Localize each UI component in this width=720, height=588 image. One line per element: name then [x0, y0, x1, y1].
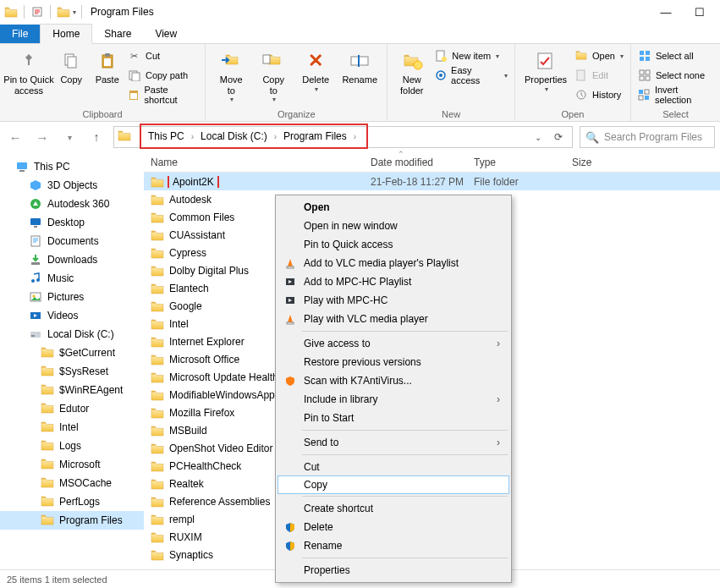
context-menu-item[interactable]: Play with MPC-HC — [278, 291, 508, 310]
breadcrumb-item[interactable]: Program Files — [282, 130, 349, 142]
forward-button[interactable]: → — [32, 127, 52, 147]
context-menu-item[interactable]: Create shortcut — [278, 499, 508, 518]
context-menu-item[interactable]: Give access to› — [278, 334, 508, 353]
column-headers[interactable]: ⌃ Name Date modified Type Size — [144, 152, 720, 173]
tab-share[interactable]: Share — [92, 25, 143, 43]
paste-button[interactable]: Paste — [91, 47, 122, 85]
sidebar-item-label: Program Files — [59, 514, 123, 526]
properties-button[interactable]: Properties▾ — [522, 47, 569, 93]
pin-to-quick-access-button[interactable]: Pin to Quick access — [7, 47, 51, 96]
column-size[interactable]: Size — [565, 157, 624, 168]
sidebar-item-icon — [41, 514, 54, 527]
svg-point-17 — [439, 74, 442, 77]
folder-icon — [151, 354, 164, 365]
context-menu-item[interactable]: Rename — [278, 536, 508, 555]
sidebar-item[interactable]: $SysReset — [0, 362, 144, 381]
copy-path-button[interactable]: Copy path — [128, 67, 198, 84]
k7-icon — [283, 374, 297, 387]
sidebar-item[interactable]: This PC — [0, 157, 144, 176]
context-menu-item[interactable]: Open in new window — [278, 217, 508, 235]
address-bar[interactable]: This PC › Local Disk (C:) › Program File… — [113, 126, 573, 148]
refresh-button[interactable]: ⟳ — [548, 127, 569, 147]
breadcrumb-item[interactable]: This PC — [146, 130, 186, 142]
sidebar-item[interactable]: PerfLogs — [0, 492, 144, 511]
context-menu-item[interactable]: Properties — [278, 561, 508, 580]
qat-properties-icon[interactable] — [30, 4, 45, 19]
invert-selection-button[interactable]: Invert selection — [638, 86, 713, 103]
context-menu-item[interactable]: Open — [278, 198, 508, 217]
sidebar-item[interactable]: Microsoft — [0, 455, 144, 474]
delete-button[interactable]: ✕ Delete▾ — [297, 47, 334, 93]
svg-rect-39 — [31, 262, 40, 265]
address-folder-icon — [118, 129, 133, 145]
context-menu-item[interactable]: Add to MPC-HC Playlist — [278, 272, 508, 291]
maximize-button[interactable]: ☐ — [683, 3, 717, 21]
column-name[interactable]: Name — [144, 157, 364, 168]
copy-button[interactable]: Copy — [56, 47, 86, 85]
context-menu-item[interactable]: Include in library› — [278, 390, 508, 409]
context-menu-item[interactable]: Play with VLC media player — [278, 310, 508, 328]
search-placeholder: Search Program Files — [604, 131, 702, 143]
sidebar-item[interactable]: $WinREAgent — [0, 381, 144, 399]
navigation-pane[interactable]: This PC3D ObjectsAutodesk 360DesktopDocu… — [0, 152, 144, 569]
open-button[interactable]: Open▾ — [574, 47, 624, 64]
folder-icon — [151, 549, 164, 561]
tab-view[interactable]: View — [143, 25, 189, 43]
cut-button[interactable]: ✂Cut — [128, 47, 198, 64]
chevron-right-icon[interactable]: › — [186, 132, 199, 141]
history-button[interactable]: History — [574, 86, 624, 103]
sidebar-item[interactable]: Autodesk 360 — [0, 195, 144, 213]
context-menu-item[interactable]: Add to VLC media player's Playlist — [278, 254, 508, 272]
file-row[interactable]: Apoint2K21-Feb-18 11:27 PMFile folder — [144, 173, 720, 190]
breadcrumb-item[interactable]: Local Disk (C:) — [199, 130, 269, 142]
sidebar-item[interactable]: Logs — [0, 437, 144, 455]
paste-shortcut-button[interactable]: Paste shortcut — [128, 86, 198, 103]
context-menu-item[interactable]: Copy — [278, 475, 509, 494]
context-menu[interactable]: OpenOpen in new windowPin to Quick acces… — [275, 195, 512, 583]
address-dropdown-icon[interactable]: ⌄ — [535, 133, 541, 142]
sidebar-item[interactable]: Downloads — [0, 250, 144, 269]
new-folder-button[interactable]: New folder — [394, 47, 429, 96]
new-item-button[interactable]: New item▾ — [434, 47, 508, 64]
sidebar-item[interactable]: Documents — [0, 232, 144, 250]
context-menu-item[interactable]: Scan with K7AntiVirus... — [278, 371, 508, 390]
tab-file[interactable]: File — [0, 25, 40, 43]
easy-access-button[interactable]: Easy access▾ — [434, 67, 508, 84]
sidebar-item[interactable]: Intel — [0, 418, 144, 437]
qat-new-folder-icon[interactable] — [56, 4, 71, 19]
context-menu-item[interactable]: Delete — [278, 518, 508, 536]
chevron-right-icon[interactable]: › — [349, 132, 361, 141]
qat-dropdown-icon[interactable]: ▾ — [73, 8, 76, 16]
context-menu-item[interactable]: Cut — [278, 458, 508, 476]
sidebar-item[interactable]: Videos — [0, 306, 144, 325]
sidebar-item[interactable]: Desktop — [0, 213, 144, 232]
context-menu-item[interactable]: Restore previous versions — [278, 353, 508, 371]
column-type[interactable]: Type — [467, 157, 565, 168]
select-none-button[interactable]: Select none — [638, 67, 713, 84]
sidebar-item-label: Pictures — [47, 291, 84, 303]
recent-locations-button[interactable]: ▾ — [59, 127, 80, 147]
sidebar-item[interactable]: 3D Objects — [0, 176, 144, 195]
svg-rect-21 — [640, 51, 644, 55]
column-date[interactable]: Date modified — [364, 157, 467, 168]
rename-button[interactable]: Rename — [339, 47, 380, 85]
up-button[interactable]: ↑ — [86, 127, 107, 147]
select-all-button[interactable]: Select all — [638, 47, 713, 64]
sidebar-item[interactable]: Music — [0, 269, 144, 288]
context-menu-item[interactable]: Send to› — [278, 433, 508, 452]
copy-to-button[interactable]: Copy to▾ — [255, 47, 292, 103]
tab-home[interactable]: Home — [40, 24, 92, 44]
context-menu-item[interactable]: Pin to Start — [278, 409, 508, 427]
move-to-button[interactable]: Move to▾ — [212, 47, 250, 103]
sidebar-item[interactable]: Local Disk (C:) — [0, 325, 144, 343]
sidebar-item[interactable]: MSOCache — [0, 474, 144, 492]
context-menu-item[interactable]: Pin to Quick access — [278, 235, 508, 254]
chevron-right-icon[interactable]: › — [269, 132, 282, 141]
search-box[interactable]: 🔍 Search Program Files — [580, 126, 715, 148]
sidebar-item[interactable]: Pictures — [0, 288, 144, 306]
back-button[interactable]: ← — [5, 127, 25, 147]
sidebar-item[interactable]: $GetCurrent — [0, 343, 144, 362]
sidebar-item[interactable]: Edutor — [0, 399, 144, 418]
sidebar-item[interactable]: Program Files — [0, 511, 144, 530]
minimize-button[interactable]: ― — [649, 3, 683, 21]
